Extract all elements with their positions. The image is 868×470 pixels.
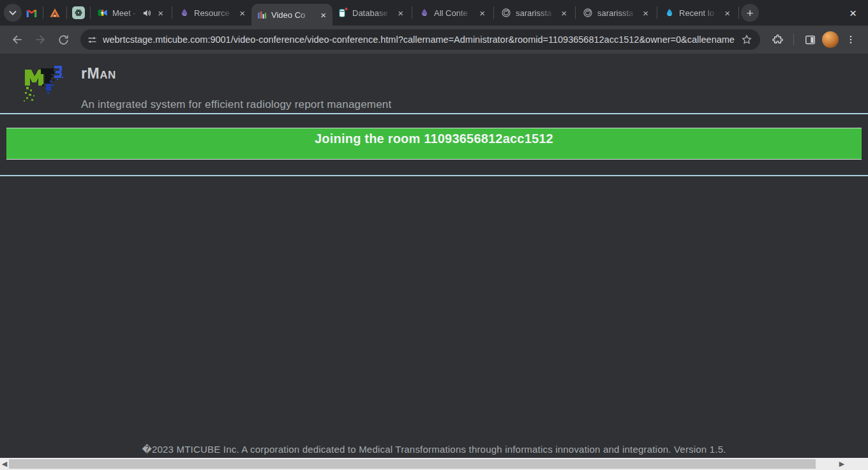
tab-all-content[interactable]: All Conte × [414, 0, 491, 26]
room-id: 11093656812acc1512 [424, 132, 553, 146]
spiral-badge-icon [501, 8, 511, 18]
mountain-logo-icon [49, 8, 61, 18]
site-tagline: An integrated system for efficient radio… [81, 98, 391, 111]
gmail-icon [26, 8, 37, 18]
joining-room-banner: Joining the room 11093656812acc1512 [6, 128, 862, 160]
tab-separator [738, 6, 739, 19]
scrollbar-thumb[interactable] [9, 459, 816, 469]
tab-separator [493, 6, 494, 19]
tab-label: Resource [194, 8, 234, 18]
tab-database[interactable]: Database × [333, 0, 410, 26]
spiral-badge-icon [583, 8, 593, 18]
window-close-button[interactable]: × [846, 6, 860, 20]
kebab-menu-icon [846, 34, 856, 45]
tab-separator [43, 6, 43, 19]
drupal-drop-purple-icon [179, 8, 190, 18]
reload-icon [57, 34, 70, 46]
brand-text: rMAN An integrated system for efficient … [81, 63, 391, 111]
banner-text: Joining the room [315, 132, 424, 146]
tab-recent-log[interactable]: Recent lo × [659, 0, 737, 26]
page-content: rMAN An integrated system for efficient … [0, 54, 868, 458]
equalizer-bars-icon [257, 10, 267, 20]
tab-label: sararissta [597, 8, 637, 18]
google-meet-icon [98, 8, 108, 18]
tab-label: Video Co [271, 10, 315, 20]
chatgpt-icon [72, 6, 85, 19]
horizontal-scrollbar[interactable]: ◀ ▶ [0, 458, 868, 470]
tab-label: sararissta [516, 8, 555, 18]
tab-close-icon[interactable]: × [560, 8, 568, 18]
site-header: rMAN An integrated system for efficient … [0, 54, 868, 114]
tab-sararissta-1[interactable]: sararissta × [496, 0, 573, 26]
tab-close-icon[interactable]: × [396, 8, 405, 18]
tab-close-icon[interactable]: × [156, 8, 165, 18]
forward-button[interactable] [29, 29, 51, 50]
scroll-right-arrow[interactable]: ▶ [837, 458, 846, 470]
tab-close-icon[interactable]: × [478, 8, 486, 18]
tab-separator [657, 6, 657, 19]
new-tab-button[interactable]: + [741, 4, 759, 22]
tab-label: Meet - [112, 8, 138, 18]
tab-separator [172, 6, 172, 19]
tab-close-icon[interactable]: × [319, 10, 327, 20]
forward-arrow-icon [34, 33, 47, 46]
tab-close-icon[interactable]: × [641, 8, 650, 18]
reload-button[interactable] [52, 29, 74, 50]
star-icon [741, 34, 752, 45]
toolbar-divider [793, 34, 794, 45]
tab-separator [412, 6, 412, 19]
footer-text: �2023 MTICUBE Inc. A corporation dedicat… [0, 444, 868, 455]
tab-label: All Conte [434, 8, 474, 18]
audio-speaker-icon[interactable] [142, 9, 152, 17]
site-title: rMAN [81, 66, 391, 81]
tab-label: Recent lo [679, 8, 719, 18]
tab-meet[interactable]: Meet - × [93, 0, 170, 26]
main-area: �2023 MTICUBE Inc. A corporation dedicat… [0, 176, 868, 458]
url-text[interactable]: webrtcstage.mticube.com:9001/video-confe… [103, 34, 735, 45]
database-cylinder-icon [338, 8, 348, 18]
scroll-left-arrow[interactable]: ◀ [0, 458, 9, 470]
tab-video-conference[interactable]: Video Co × [251, 4, 333, 26]
browser-menu-button[interactable] [840, 29, 862, 50]
puzzle-piece-icon [772, 34, 784, 46]
side-panel-icon [804, 34, 816, 46]
tab-separator [90, 6, 91, 19]
pinned-tab-gmail[interactable] [22, 0, 41, 26]
drupal-drop-purple-icon [419, 8, 430, 18]
address-bar[interactable]: webrtcstage.mticube.com:9001/video-confe… [80, 29, 760, 50]
tab-close-icon[interactable]: × [238, 8, 246, 18]
tab-label: Database [352, 8, 392, 18]
tab-separator [575, 6, 576, 19]
tab-separator [66, 6, 67, 19]
pinned-tab-chatgpt[interactable] [69, 0, 88, 26]
bookmark-star-button[interactable] [740, 34, 754, 45]
tab-search-button[interactable] [4, 4, 22, 22]
mt3-logo [22, 63, 64, 106]
browser-toolbar: webrtcstage.mticube.com:9001/video-confe… [0, 26, 868, 54]
back-arrow-icon [11, 33, 24, 46]
site-settings-tune-icon[interactable] [87, 34, 98, 45]
tab-resource[interactable]: Resource × [174, 0, 251, 26]
tab-close-icon[interactable]: × [723, 8, 731, 18]
side-panel-button[interactable] [799, 29, 821, 50]
back-button[interactable] [6, 29, 28, 50]
drupal-drop-blue-icon [664, 8, 675, 18]
pinned-tab-mountain[interactable] [45, 0, 64, 26]
chevron-down-icon [9, 10, 17, 15]
tab-sararissta-2[interactable]: sararissta × [578, 0, 655, 26]
extensions-button[interactable] [767, 29, 788, 50]
profile-avatar[interactable] [822, 31, 839, 48]
tab-strip: Meet - × Resource × [0, 0, 868, 26]
